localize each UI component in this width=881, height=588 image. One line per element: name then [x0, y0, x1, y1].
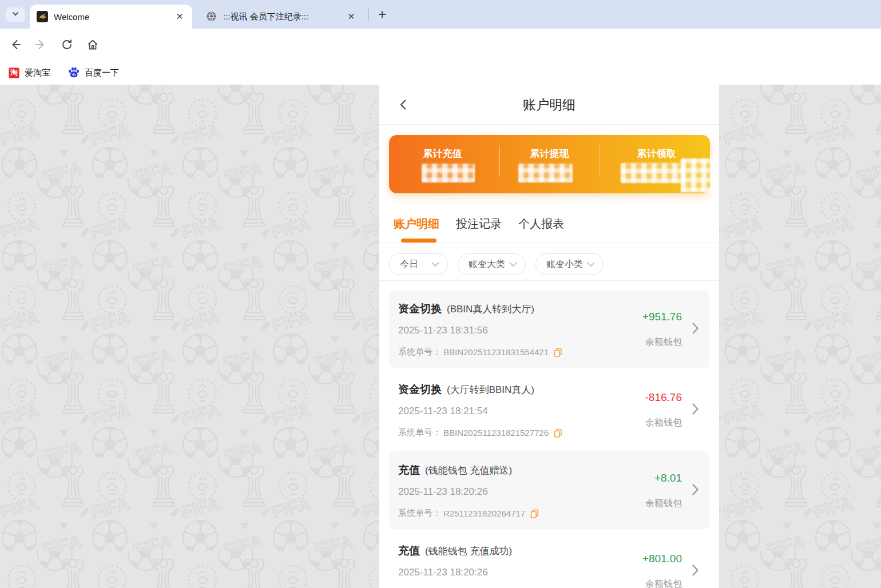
browser-window: Welcome ✕ :::视讯 会员下注纪录::: ✕ +	[0, 0, 881, 588]
filter-minor-category-dropdown[interactable]: 账变小类	[535, 253, 604, 275]
transaction-title: 充值(钱能钱包 充值成功)	[398, 543, 512, 558]
bookmark-label: 百度一下	[85, 67, 119, 78]
tab-bet-records[interactable]: 投注记录	[456, 216, 502, 232]
transaction-subtitle: (BBIN真人转到大厅)	[447, 304, 534, 315]
transaction-datetime: 2025-11-23 18:20:26	[398, 567, 488, 578]
transaction-wallet: 余额钱包	[645, 336, 682, 348]
transaction-subtitle: (钱能钱包 充值赠送)	[425, 465, 512, 476]
back-chevron-button[interactable]	[394, 95, 414, 114]
forward-button[interactable]	[31, 35, 50, 54]
censored-value-blur	[681, 158, 719, 192]
filter-major-category-dropdown[interactable]: 账变大类	[458, 253, 526, 275]
copy-icon[interactable]	[554, 428, 562, 438]
transaction-datetime: 2025-11-23 18:21:54	[398, 406, 488, 417]
transaction-type: 资金切换	[398, 303, 442, 315]
chevron-down-icon	[587, 262, 595, 267]
transaction-row[interactable]: 充值(钱能钱包 充值成功) 2025-11-23 18:20:26 系统单号： …	[389, 532, 709, 588]
tab-close-icon[interactable]: ✕	[174, 11, 185, 22]
filter-date-dropdown[interactable]: 今日	[389, 253, 448, 275]
order-label: 系统单号：	[398, 427, 441, 438]
section-tabs: 账户明细 投注记录 个人报表	[394, 216, 581, 232]
transaction-wallet: 余额钱包	[645, 578, 682, 588]
reload-button[interactable]	[57, 35, 77, 54]
tab-search-button[interactable]	[6, 7, 25, 22]
order-label: 系统单号：	[398, 508, 441, 519]
active-tab-underline	[401, 239, 436, 243]
tab-divider	[368, 9, 369, 20]
site-favicon-dragon-icon	[37, 11, 48, 22]
order-number: R2511231820264717	[443, 508, 525, 518]
filter-label: 账变大类	[469, 259, 505, 271]
censored-value-blur	[518, 164, 573, 182]
transaction-type: 充值	[398, 545, 420, 557]
transaction-amount: +8.01	[654, 472, 682, 484]
transaction-order-line: 系统单号： R2511231820264717	[398, 508, 539, 519]
transaction-amount: +801.00	[642, 553, 682, 565]
summary-divider	[600, 145, 600, 176]
tab-personal-report[interactable]: 个人报表	[518, 216, 564, 232]
copy-icon[interactable]	[530, 509, 539, 518]
summary-label: 累计充值	[389, 147, 496, 160]
page-title: 账户明细	[379, 85, 719, 125]
filter-row: 今日 账变大类 账变小类	[389, 253, 613, 275]
tab-title: :::视讯 会员下注纪录:::	[223, 11, 346, 22]
transaction-order-line: 系统单号： BBIN202511231821527726	[398, 427, 562, 438]
chevron-down-icon	[509, 262, 517, 267]
page-content: FIFA FIFA 账户明细 累计充值	[0, 85, 881, 588]
transaction-wallet: 余额钱包	[645, 417, 682, 429]
tab-account-detail[interactable]: 账户明细	[394, 216, 439, 232]
transaction-wallet: 余额钱包	[645, 498, 682, 510]
order-label: 系统单号：	[398, 347, 441, 357]
filter-label: 账变小类	[546, 259, 583, 271]
transaction-amount: -816.76	[645, 391, 682, 404]
record-list: 资金切换(BBIN真人转到大厅) 2025-11-23 18:31:56 系统单…	[389, 290, 709, 588]
transaction-subtitle: (钱能钱包 充值成功)	[425, 546, 512, 557]
order-number: BBIN202511231831554421	[443, 347, 549, 357]
bookmarks-bar: 淘 爱淘宝 du 百度一下	[0, 61, 881, 85]
filter-label: 今日	[400, 259, 418, 271]
transaction-title: 资金切换(BBIN真人转到大厅)	[398, 301, 534, 316]
transaction-row[interactable]: 充值(钱能钱包 充值赠送) 2025-11-23 18:20:26 系统单号： …	[389, 451, 709, 530]
summary-divider	[499, 145, 500, 176]
home-button[interactable]	[83, 35, 102, 54]
transaction-title: 充值(钱能钱包 充值赠送)	[398, 463, 512, 478]
tab-title: Welcome	[54, 12, 174, 22]
globe-icon	[206, 11, 217, 22]
censored-value-blur	[621, 163, 685, 183]
panel-header: 账户明细	[379, 85, 719, 125]
chevron-right-icon	[692, 322, 699, 337]
transaction-type: 充值	[398, 464, 420, 476]
tab-strip: Welcome ✕ :::视讯 会员下注纪录::: ✕ +	[0, 0, 881, 29]
bookmark-label: 爱淘宝	[25, 67, 50, 78]
summary-label: 累计提现	[496, 147, 603, 160]
order-number: BBIN202511231821527726	[443, 428, 549, 438]
transaction-datetime: 2025-11-23 18:31:56	[398, 325, 488, 336]
transaction-amount: +951.76	[642, 311, 682, 323]
copy-icon[interactable]	[554, 348, 562, 357]
chevron-right-icon	[692, 483, 699, 498]
transaction-type: 资金切换	[398, 383, 442, 395]
baidu-paw-icon: du	[68, 66, 80, 79]
filters-divider	[379, 280, 719, 281]
tab-welcome[interactable]: Welcome ✕	[30, 5, 192, 29]
taobao-icon: 淘	[8, 67, 20, 79]
censored-value-blur	[422, 164, 475, 182]
chevron-right-icon	[692, 564, 699, 579]
tab-betting-records[interactable]: :::视讯 会员下注纪录::: ✕	[199, 5, 364, 29]
bookmark-taobao[interactable]: 淘 爱淘宝	[8, 67, 50, 79]
transaction-subtitle: (大厅转到BBIN真人)	[447, 384, 534, 395]
chevron-right-icon	[692, 403, 699, 418]
chevron-down-icon	[11, 10, 19, 20]
transaction-datetime: 2025-11-23 18:20:26	[398, 486, 488, 498]
back-button[interactable]	[6, 35, 25, 54]
transaction-row[interactable]: 资金切换(BBIN真人转到大厅) 2025-11-23 18:31:56 系统单…	[389, 290, 709, 368]
transaction-row[interactable]: 资金切换(大厅转到BBIN真人) 2025-11-23 18:21:54 系统单…	[389, 371, 709, 449]
new-tab-button[interactable]: +	[374, 6, 390, 22]
transaction-title: 资金切换(大厅转到BBIN真人)	[398, 382, 534, 397]
tab-close-icon[interactable]: ✕	[346, 11, 357, 22]
transaction-order-line: 系统单号： BBIN202511231831554421	[398, 347, 562, 357]
account-detail-panel: 账户明细 累计充值 累计提现 累计领取 账户明细	[379, 85, 719, 588]
bookmark-baidu[interactable]: du 百度一下	[68, 66, 119, 79]
browser-toolbar: 175616.cc/reports/index	[0, 29, 881, 61]
tabs-divider	[379, 243, 719, 243]
